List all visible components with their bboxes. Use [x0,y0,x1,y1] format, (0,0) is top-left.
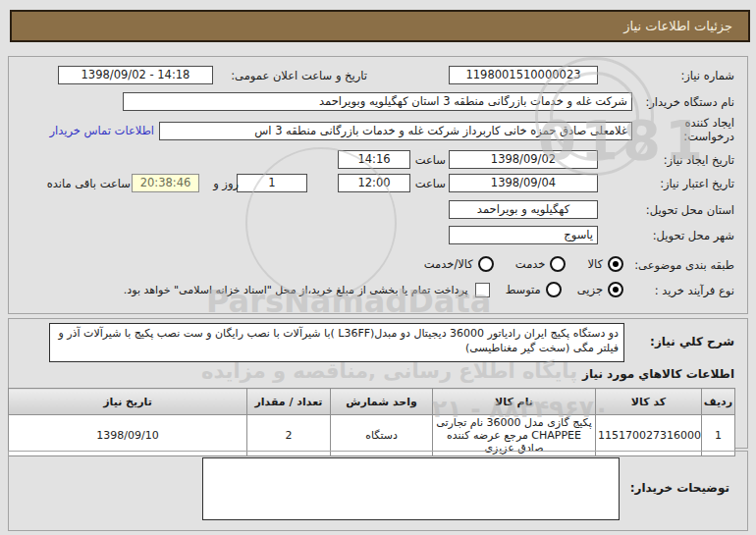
need-number-field[interactable]: 1198001510000023 [449,66,598,84]
col-header-item-name: نام کالا [433,389,596,415]
city-label: شهر محل تحویل: [653,227,734,245]
radio-label: کالا/خدمت [424,257,473,271]
radio-icon[interactable] [550,256,566,272]
radio-option-jozii[interactable]: جزیی [577,282,623,297]
radio-icon[interactable] [608,256,623,272]
announce-datetime-label: تاریخ و ساعت اعلان عمومی: [231,67,367,85]
radio-label: کالا [587,257,603,271]
need-description-field[interactable]: دو دستگاه پکیج ایران رادیاتور 36000 دیجی… [49,323,624,362]
city-field[interactable]: یاسوج [449,226,598,244]
radio-label: جزیی [577,283,603,296]
remaining-time-value: 20:38:46 [132,174,199,192]
announce-datetime-field[interactable]: 1398/09/02 - 14:18 [58,66,213,84]
goods-section-heading: اطلاعات کالاهاي مورد نياز [582,365,734,384]
radio-label: متوسط [506,283,541,296]
buyer-notes-field[interactable] [202,457,620,520]
buyer-notes-label: توضیحات خریدار: [630,479,729,498]
province-label: استان محل تحویل: [646,201,734,220]
remaining-days-value: 1 [237,174,307,192]
goods-table-header-row: ردیف کد کالا نام کالا واحد شمارش تعداد /… [9,389,735,415]
checkbox-icon[interactable] [475,283,490,297]
treasury-checkbox-label: پرداخت تمام یا بخشی از مبلغ خرید،از محل … [124,284,468,296]
buyer-notes-panel: توضیحات خریدار: [8,451,748,531]
radio-option-khadamat[interactable]: خدمت [515,256,567,272]
need-expire-time-field[interactable]: 12:00 [338,174,410,192]
need-expire-hour-label: ساعت [415,175,446,193]
need-create-date-field[interactable]: 1398/09/02 [449,150,598,169]
col-header-row-number: ردیف [702,389,735,415]
radio-option-kala-khadamat[interactable]: کالا/خدمت [424,256,494,272]
radio-option-kala[interactable]: کالا [587,256,623,272]
page-title: جزئیات اطلاعات نیاز [10,10,750,42]
radio-icon[interactable] [608,282,623,297]
need-expire-date-field[interactable]: 1398/09/04 [449,174,598,192]
subject-class-label: طبقه بندی موضوعی: [634,256,734,275]
col-header-item-code: کد کالا [596,389,702,415]
buyer-org-field[interactable]: شرکت غله و خدمات بازرگانی منطقه 3 استان … [123,92,632,111]
need-create-hour-label: ساعت [415,151,446,170]
buyer-org-label: نام دستگاه خریدار: [645,93,734,112]
treasury-checkbox-option[interactable]: پرداخت تمام یا بخشی از مبلغ خرید،از محل … [124,283,490,297]
need-number-label: شماره نیاز: [680,67,734,85]
need-expire-date-label: تاریخ اعتبار نیاز: [660,175,734,193]
remaining-days-label: روز و [213,175,239,193]
radio-label: خدمت [515,257,546,271]
col-header-quantity: تعداد / مقدار [247,389,331,415]
remaining-suffix-label: ساعت باقی مانده [47,175,131,193]
request-creator-label: ایجاد کننده درخواست: [644,116,734,143]
col-header-need-date: تاریخ نیاز [9,389,247,415]
need-description-panel: شرح کلي نياز: دو دستگاه پکیج ایران رادیا… [8,318,748,449]
need-details-panel: شماره نیاز: 1198001510000023 تاریخ و ساع… [8,56,748,314]
request-creator-field[interactable]: غلامعلی صادق حمزه خانی کاربرداز شرکت غله… [159,122,632,140]
need-description-label: شرح کلي نياز: [650,333,734,351]
col-header-unit: واحد شمارش [331,389,433,415]
goods-table: ردیف کد کالا نام کالا واحد شمارش تعداد /… [8,388,735,456]
radio-icon[interactable] [546,282,562,297]
process-type-options: جزیی متوسط پرداخت تمام یا بخشی از مبلغ خ… [124,282,623,297]
radio-option-motevasset[interactable]: متوسط [506,282,562,297]
province-field[interactable]: کهگیلویه و بویراحمد [449,200,598,219]
buyer-contact-link[interactable]: اطلاعات تماس خریدار [49,122,154,140]
need-create-date-label: تاریخ ایجاد نیاز: [664,151,734,170]
process-type-label: نوع فرآیند خرید : [655,282,734,300]
subject-class-options: کالا خدمت کالا/خدمت [424,256,623,272]
radio-icon[interactable] [478,256,494,272]
need-create-time-field[interactable]: 14:16 [338,150,410,169]
